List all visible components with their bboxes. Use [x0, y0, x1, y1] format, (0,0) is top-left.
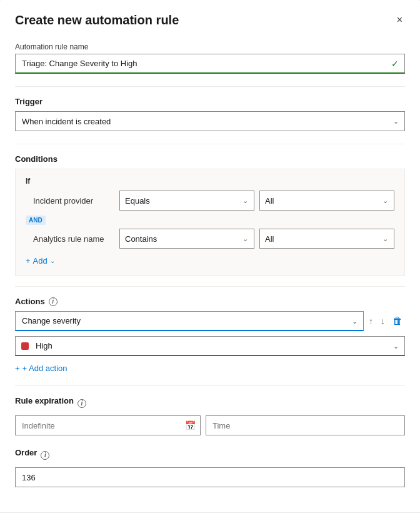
condition-2-operator-select[interactable]: Contains Not contains Equals	[119, 229, 254, 249]
condition-1-label: Incident provider	[26, 196, 119, 206]
add-action-plus-icon: +	[15, 364, 20, 373]
and-badge: AND	[26, 216, 46, 225]
and-badge-row: AND	[26, 216, 394, 225]
condition-1-selects: Equals Not equals ⌄ All Microsoft Other	[119, 191, 394, 211]
rule-name-label: Automation rule name	[15, 42, 405, 51]
action-delete-icon: 🗑	[392, 315, 402, 327]
condition-row-2: Analytics rule name Contains Not contain…	[26, 229, 394, 249]
add-condition-chevron-icon: ⌄	[50, 257, 55, 264]
action-row: Change severity Change status Add tags A…	[15, 311, 405, 331]
condition-2-label: Analytics rule name	[26, 234, 119, 244]
condition-1-value-wrapper: All Microsoft Other ⌄	[259, 191, 394, 211]
condition-2-operator-wrapper: Contains Not contains Equals ⌄	[119, 229, 254, 249]
expiration-label-row: Rule expiration i	[15, 396, 405, 410]
rule-name-group: Automation rule name ✓	[15, 42, 405, 74]
order-label-row: Order i	[15, 448, 405, 462]
severity-row: High Medium Low Informational ⌄	[15, 336, 405, 356]
action-select-wrapper: Change severity Change status Add tags A…	[15, 311, 364, 331]
conditions-section: Conditions If Incident provider Equals N…	[15, 154, 405, 276]
conditions-label: Conditions	[15, 154, 405, 164]
condition-1-value-select[interactable]: All Microsoft Other	[259, 191, 394, 211]
valid-checkmark: ✓	[391, 59, 399, 69]
close-button[interactable]: ×	[394, 12, 405, 27]
severity-select-wrapper: High Medium Low Informational ⌄	[15, 336, 405, 356]
order-info-icon: i	[41, 451, 49, 460]
divider-2	[15, 144, 405, 144]
create-automation-rule-dialog: Create new automation rule × Automation …	[0, 0, 420, 521]
severity-select[interactable]: High Medium Low Informational	[15, 336, 405, 356]
action-up-icon: ↑	[369, 316, 373, 326]
divider-4	[15, 385, 405, 386]
actions-label-row: Actions i	[15, 297, 405, 306]
condition-row-1: Incident provider Equals Not equals ⌄	[26, 191, 394, 211]
condition-2-value-select[interactable]: All Specific	[259, 229, 394, 249]
condition-1-operator-select[interactable]: Equals Not equals	[119, 191, 254, 211]
action-icons-group: ↑ ↓ 🗑	[366, 313, 405, 329]
dialog-title: Create new automation rule	[15, 13, 179, 27]
dialog-body: Automation rule name ✓ Trigger When inci…	[0, 37, 420, 512]
trigger-label: Trigger	[15, 97, 405, 106]
actions-section: Actions i Change severity Change status …	[15, 297, 405, 375]
expiration-time-input[interactable]	[206, 415, 405, 435]
rule-name-input[interactable]	[15, 54, 405, 74]
trigger-group: Trigger When incident is created When in…	[15, 97, 405, 131]
action-down-icon: ↓	[381, 316, 385, 326]
add-condition-button[interactable]: + Add ⌄	[26, 254, 55, 268]
expiration-date-input[interactable]	[15, 415, 201, 435]
expiration-info-icon: i	[78, 399, 86, 408]
order-input[interactable]	[15, 467, 405, 487]
condition-2-selects: Contains Not contains Equals ⌄ All Speci…	[119, 229, 394, 249]
actions-label: Actions	[15, 297, 45, 306]
action-move-up-button[interactable]: ↑	[366, 314, 376, 329]
dialog-header: Create new automation rule ×	[0, 0, 420, 37]
add-condition-icon: +	[26, 256, 31, 265]
dialog-footer: Apply Cancel	[0, 512, 420, 521]
action-type-select[interactable]: Change severity Change status Add tags A…	[15, 311, 364, 331]
condition-2-value-wrapper: All Specific ⌄	[259, 229, 394, 249]
rule-expiration-group: Rule expiration i 📅	[15, 396, 405, 435]
expiration-date-wrapper: 📅	[15, 415, 201, 435]
and-condition-wrapper: AND Analytics rule name Contains Not con…	[26, 216, 394, 249]
trigger-select[interactable]: When incident is created When incident i…	[15, 111, 405, 131]
order-label: Order	[15, 448, 37, 457]
trigger-select-wrapper: When incident is created When incident i…	[15, 111, 405, 131]
action-delete-button[interactable]: 🗑	[390, 313, 405, 329]
if-label: If	[26, 177, 394, 186]
add-action-label: + Add action	[22, 364, 68, 373]
conditions-block: If Incident provider Equals Not equals ⌄	[15, 169, 405, 276]
rule-expiration-row: 📅	[15, 415, 405, 435]
expiration-label: Rule expiration	[15, 396, 74, 405]
divider-1	[15, 86, 405, 87]
divider-3	[15, 286, 405, 287]
add-action-button[interactable]: + + Add action	[15, 361, 68, 375]
add-condition-label: Add	[33, 256, 48, 265]
condition-1-operator-wrapper: Equals Not equals ⌄	[119, 191, 254, 211]
actions-info-icon: i	[49, 297, 58, 306]
order-group: Order i	[15, 448, 405, 487]
action-move-down-button[interactable]: ↓	[378, 314, 388, 329]
